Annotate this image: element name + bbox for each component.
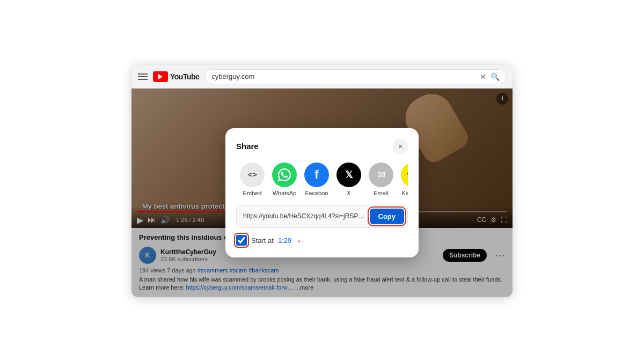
modal-title: Share	[236, 142, 259, 151]
start-at-checkbox[interactable]	[236, 235, 247, 246]
share-kakao[interactable]: talk KakaоTa	[397, 162, 408, 196]
youtube-logo: YouTube	[153, 71, 199, 82]
clear-icon[interactable]: ✕	[479, 72, 487, 81]
copy-button[interactable]: Copy	[370, 209, 405, 224]
close-modal-button[interactable]: ×	[393, 139, 408, 154]
start-at-label: Start at	[251, 237, 274, 245]
embed-label: Embed	[243, 190, 262, 196]
share-url: https://youtu.be/HeSCXzqq4L4?si=jRSPZrG_	[243, 212, 365, 220]
start-time-value[interactable]: 1:29	[278, 237, 291, 245]
email-label: Email	[374, 190, 389, 196]
start-at-checkbox-container	[236, 235, 247, 246]
email-icon: ✉	[369, 162, 393, 187]
url-copy-row: https://youtu.be/HeSCXzqq4L4?si=jRSPZrG_…	[236, 205, 408, 228]
share-icons-row: < > Embed WhatsAp f Faceboo	[236, 162, 408, 196]
hamburger-menu[interactable]	[138, 73, 148, 80]
share-embed[interactable]: < > Embed	[236, 162, 268, 196]
search-icon[interactable]: 🔍	[491, 72, 499, 81]
modal-overlay[interactable]: Share × < > Embed WhatsAp	[131, 88, 513, 298]
share-x[interactable]: 𝕏 X	[333, 162, 365, 196]
whatsapp-label: WhatsAp	[273, 190, 297, 196]
arrow-indicator: ←	[296, 234, 306, 247]
address-bar[interactable]: cyberguy.com ✕ 🔍	[204, 69, 506, 84]
kakao-icon: talk	[401, 162, 408, 187]
facebook-label: Faceboo	[305, 190, 328, 196]
kakao-label: KakaоTa	[402, 190, 408, 196]
yt-logo-icon	[153, 71, 168, 82]
address-text: cyberguy.com	[211, 72, 475, 80]
x-label: X	[347, 190, 350, 196]
share-email[interactable]: ✉ Email	[365, 162, 397, 196]
whatsapp-icon	[272, 162, 297, 187]
x-icon: 𝕏	[336, 162, 361, 187]
browser-chrome: YouTube cyberguy.com ✕ 🔍	[131, 65, 513, 88]
share-modal: Share × < > Embed WhatsAp	[225, 128, 419, 257]
video-page: ℹ ▶ ⏭ 🔊 1:29 / 2:40 CC ⚙	[131, 88, 513, 298]
share-facebook[interactable]: f Faceboo	[301, 162, 333, 196]
facebook-icon: f	[304, 162, 329, 187]
start-at-row: Start at 1:29 ←	[236, 234, 408, 247]
share-whatsapp[interactable]: WhatsAp	[268, 162, 301, 196]
embed-icon: < >	[240, 162, 265, 187]
yt-logo-text: YouTube	[170, 72, 199, 81]
modal-header: Share ×	[236, 139, 408, 154]
